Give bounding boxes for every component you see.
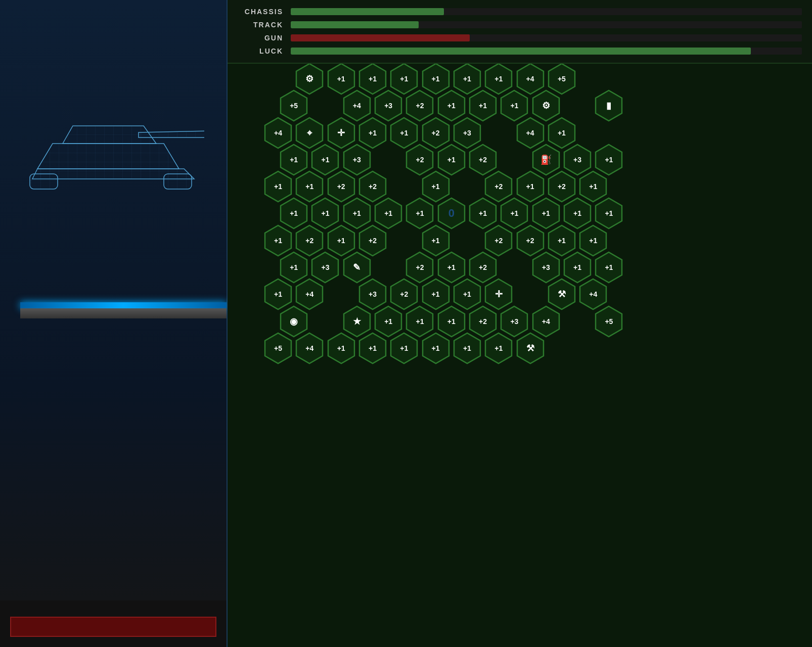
stat-bar-bg — [291, 48, 802, 55]
hex-cell-r1c9[interactable]: ▮ — [593, 89, 625, 122]
stat-label: LUCK — [238, 47, 283, 55]
hex-cell-r10c6[interactable]: +1 — [482, 332, 515, 364]
stat-bar-fill — [291, 21, 419, 28]
hex-grid: ⚙ +1 +1 +1 +1 +1 +1 +4 — [238, 69, 802, 642]
stat-label: CHASSIS — [238, 8, 283, 16]
stat-bar-bg — [291, 21, 802, 28]
svg-rect-4 — [30, 174, 58, 189]
stat-row-luck: LUCK — [238, 47, 802, 55]
tank-display — [0, 0, 227, 302]
svg-marker-1 — [37, 144, 179, 169]
svg-marker-3 — [139, 131, 204, 137]
stat-bar-fill — [291, 8, 444, 15]
hex-grid-container: ⚙ +1 +1 +1 +1 +1 +1 +4 — [228, 64, 812, 647]
hex-cell-r10c-1[interactable]: +5 — [262, 332, 294, 364]
hex-cell-r10c5[interactable]: +1 — [451, 332, 483, 364]
hex-cell-r9c9[interactable]: +5 — [593, 305, 625, 338]
hex-cell-r10c0[interactable]: +4 — [293, 332, 326, 364]
stat-bar-fill — [291, 48, 751, 55]
hex-cell-r10c7[interactable]: ⚒ — [514, 332, 547, 364]
blue-bar — [20, 302, 227, 308]
reset-upgrades-button[interactable] — [10, 617, 216, 637]
stat-label: GUN — [238, 34, 283, 42]
stat-bar-bg — [291, 8, 802, 15]
stat-label: TRACK — [238, 21, 283, 29]
stat-row-gun: GUN — [238, 34, 802, 42]
hex-cell-r10c1[interactable]: +1 — [325, 332, 357, 364]
gray-bar — [20, 308, 227, 318]
stat-row-track: TRACK — [238, 21, 802, 29]
stats-section: CHASSIS TRACK GUN LUCK — [228, 0, 812, 64]
right-panel: CHASSIS TRACK GUN LUCK ⚙ +1 — [228, 0, 812, 647]
svg-rect-5 — [164, 174, 192, 189]
hex-cell-r10c4[interactable]: +1 — [420, 332, 452, 364]
stat-bar-bg — [291, 34, 802, 41]
stat-bar-fill — [291, 34, 470, 41]
hex-cell-r10c3[interactable]: +1 — [388, 332, 420, 364]
bottom-section — [0, 600, 227, 647]
left-panel — [0, 0, 228, 647]
tank-image — [22, 98, 204, 204]
hex-cell-r10c2[interactable]: +1 — [356, 332, 389, 364]
stat-row-chassis: CHASSIS — [238, 8, 802, 16]
